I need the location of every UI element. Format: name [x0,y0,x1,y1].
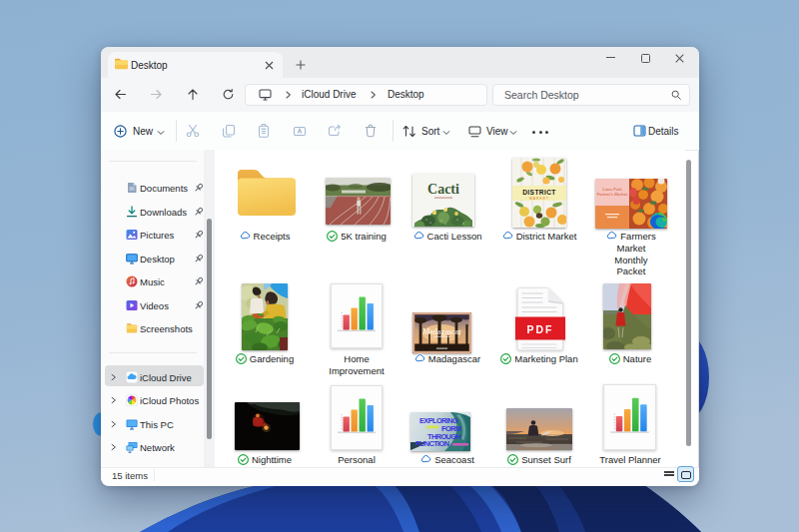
svg-text:Cacti: Cacti [427,182,459,197]
svg-text:· MARKET ·: · MARKET · [525,197,553,201]
svg-text:PDF: PDF [527,323,554,335]
svg-text:Farmer's Market: Farmer's Market [597,192,628,197]
svg-text:Madagascar: Madagascar [422,327,461,336]
svg-text:FUNCTION: FUNCTION [415,439,449,448]
svg-text:DISTRICT: DISTRICT [522,189,556,196]
